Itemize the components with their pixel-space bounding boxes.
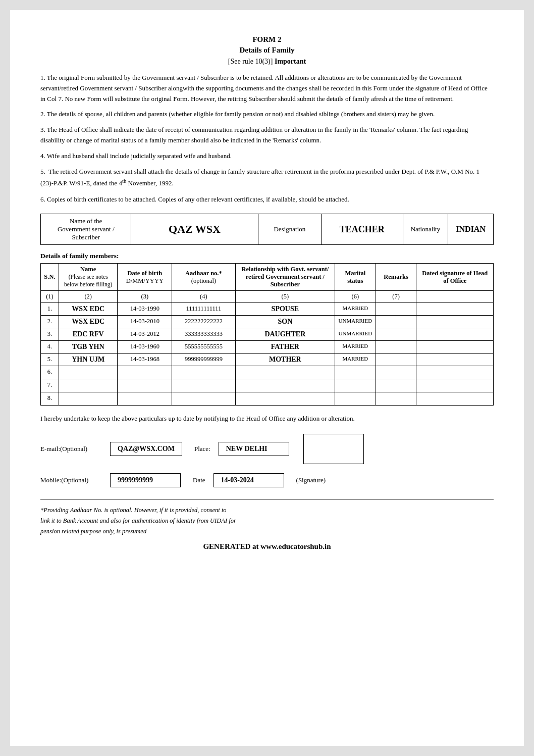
servant-name-label: Name of theGovernment servant /Subscribe… <box>41 214 131 245</box>
row-dated-sig <box>416 366 494 379</box>
date-value: 14-03-2024 <box>213 473 284 487</box>
row-name: YHN UJM <box>59 354 118 366</box>
row-name <box>59 392 118 406</box>
row-dob <box>118 366 172 379</box>
form-subtitle: Details of Family <box>40 46 494 55</box>
row-sn: 7. <box>41 379 59 392</box>
instruction-1: 1. The original Form submitted by the Go… <box>40 73 494 104</box>
th-dated-sig: Dated signature of Head of Office <box>416 264 494 291</box>
family-table: S.N. Name (Please see notes below before… <box>40 263 494 406</box>
instruction-6: 6. Copies of birth certificates to be at… <box>40 194 494 205</box>
row-marital <box>335 379 376 392</box>
row-relationship: SON <box>235 316 335 328</box>
row-name: WSX EDC <box>59 316 118 328</box>
row-aadhaar: 333333333333 <box>172 328 236 341</box>
row-name: TGB YHN <box>59 341 118 354</box>
row-dob: 14-03-2012 <box>118 328 172 341</box>
row-marital: MARRIED <box>335 303 376 316</box>
row-relationship: MOTHER <box>235 354 335 366</box>
col-num-1: (1) <box>41 291 59 303</box>
row-sn: 3. <box>41 328 59 341</box>
row-marital: MARRIED <box>335 341 376 354</box>
mobile-row: Mobile:(Optional) 9999999999 Date 14-03-… <box>40 473 494 487</box>
row-aadhaar: 999999999999 <box>172 354 236 366</box>
th-marital: Marital status <box>335 264 376 291</box>
row-marital <box>335 366 376 379</box>
row-dob: 14-03-1960 <box>118 341 172 354</box>
table-row: 3.EDC RFV14-03-2012333333333333DAUGHTERU… <box>41 328 494 341</box>
table-row: 8. <box>41 392 494 406</box>
th-aadhaar: Aadhaar no.* (optional) <box>172 264 236 291</box>
rule-text: [See rule 10(3)] <box>228 58 273 65</box>
place-value: NEW DELHI <box>219 442 289 456</box>
th-sn: S.N. <box>41 264 59 291</box>
row-marital <box>335 392 376 406</box>
col-num-5: (5) <box>235 291 335 303</box>
table-row: 5.YHN UJM14-03-1968999999999999MOTHERMAR… <box>41 354 494 366</box>
row-dated-sig <box>416 341 494 354</box>
row-remarks <box>376 379 416 392</box>
table-row: 4.TGB YHN14-03-1960555555555555FATHERMAR… <box>41 341 494 354</box>
form-title: FORM 2 <box>40 35 494 44</box>
row-dated-sig <box>416 354 494 366</box>
instruction-5: 5. The retired Government servant shall … <box>40 167 494 189</box>
row-relationship: SPOUSE <box>235 303 335 316</box>
page: FORM 2 Details of Family [See rule 10(3)… <box>10 10 524 746</box>
table-row: 1.WSX EDC14-03-1990111111111111SPOUSEMAR… <box>41 303 494 316</box>
nationality-value: INDIAN <box>448 214 494 245</box>
row-sn: 1. <box>41 303 59 316</box>
row-remarks <box>376 354 416 366</box>
table-row: 7. <box>41 379 494 392</box>
row-sn: 5. <box>41 354 59 366</box>
bottom-section: E-mail:(Optional) QAZ@WSX.COM Place: NEW… <box>40 434 494 487</box>
row-relationship: DAUGHTER <box>235 328 335 341</box>
instruction-3: 3. The Head of Office shall indicate the… <box>40 125 494 146</box>
th-dob: Date of birth D/MM/YYYY <box>118 264 172 291</box>
form-rule: [See rule 10(3)] Important <box>40 58 494 66</box>
row-aadhaar: 555555555555 <box>172 341 236 354</box>
row-remarks <box>376 366 416 379</box>
col-num-2: (2) <box>59 291 118 303</box>
row-marital: UNMARRIED <box>335 328 376 341</box>
footer-generated: GENERATED at www.educatorshub.in <box>40 540 494 553</box>
row-marital: UNMARRIED <box>335 316 376 328</box>
row-sn: 6. <box>41 366 59 379</box>
servant-name-value: QAZ WSX <box>131 214 258 245</box>
row-dob: 14-03-1968 <box>118 354 172 366</box>
email-label: E-mail:(Optional) <box>40 445 106 453</box>
email-row: E-mail:(Optional) QAZ@WSX.COM Place: NEW… <box>40 434 494 464</box>
table-row: 6. <box>41 366 494 379</box>
rule-important: Important <box>275 58 306 65</box>
col-num-7: (7) <box>376 291 416 303</box>
place-label: Place: <box>194 445 210 453</box>
row-dated-sig <box>416 316 494 328</box>
row-name <box>59 379 118 392</box>
row-dated-sig <box>416 392 494 406</box>
date-label: Date <box>193 476 205 484</box>
footer-line2: link it to Bank Account and also for aut… <box>40 516 494 526</box>
footer-line1: *Providing Aadhaar No. is optional. Howe… <box>40 505 494 516</box>
mobile-value: 9999999999 <box>110 473 181 487</box>
row-relationship: FATHER <box>235 341 335 354</box>
mobile-label: Mobile:(Optional) <box>40 476 106 484</box>
row-remarks <box>376 341 416 354</box>
designation-value: TEACHER <box>322 214 403 245</box>
row-dated-sig <box>416 379 494 392</box>
row-sn: 4. <box>41 341 59 354</box>
row-dated-sig <box>416 328 494 341</box>
row-dob <box>118 392 172 406</box>
row-marital: MARRIED <box>335 354 376 366</box>
col-num-4: (4) <box>172 291 236 303</box>
row-name: EDC RFV <box>59 328 118 341</box>
footer-note: *Providing Aadhaar No. is optional. Howe… <box>40 499 494 553</box>
row-remarks <box>376 316 416 328</box>
signature-box <box>303 434 364 464</box>
row-relationship <box>235 366 335 379</box>
col-num-3: (3) <box>118 291 172 303</box>
instruction-2: 2. The details of spouse, all children a… <box>40 109 494 120</box>
undertaking-text: I hereby undertake to keep the above par… <box>40 414 494 424</box>
row-remarks <box>376 303 416 316</box>
th-name: Name (Please see notes below before fill… <box>59 264 118 291</box>
row-aadhaar: 111111111111 <box>172 303 236 316</box>
email-value: QAZ@WSX.COM <box>110 442 182 456</box>
